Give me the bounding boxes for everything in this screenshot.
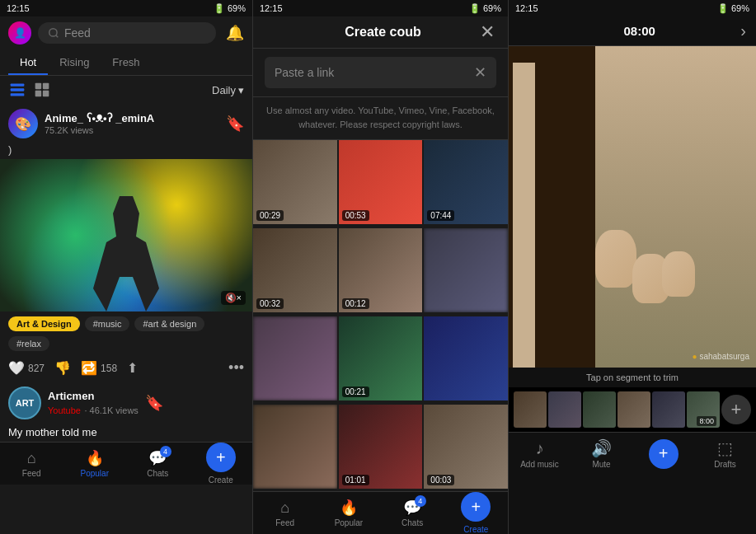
link-input-section: Paste a link ✕ bbox=[253, 49, 508, 97]
panel3-bottom-nav: ♪ Add music 🔊 Mute + ⬚ Drafts bbox=[509, 432, 756, 475]
nav-create-label: Create bbox=[209, 475, 233, 485]
list-view-icon[interactable] bbox=[8, 81, 26, 99]
p2-home-icon: ⌂ bbox=[280, 499, 289, 517]
tab-fresh[interactable]: Fresh bbox=[101, 49, 151, 75]
status-icons-1: 🔋 69% bbox=[214, 3, 246, 14]
svg-rect-8 bbox=[43, 91, 49, 97]
battery-icon-2: 🔋 bbox=[469, 3, 481, 14]
tab-hot[interactable]: Hot bbox=[8, 49, 48, 75]
tab-rising[interactable]: Rising bbox=[48, 49, 101, 75]
battery-percent-2: 69% bbox=[483, 3, 501, 13]
film-frame-5[interactable] bbox=[652, 391, 685, 428]
video-thumb-11[interactable]: 01:01 bbox=[339, 405, 423, 489]
share-icon: ⬆ bbox=[127, 360, 138, 376]
modal-title: Create coub bbox=[286, 25, 480, 40]
share-button[interactable]: ⬆ bbox=[127, 360, 138, 376]
watermark: ● sahabatsurga bbox=[693, 352, 749, 361]
post2-info: Articmen Youtube · 46.1K views bbox=[48, 390, 139, 417]
nav-chats[interactable]: 4 💬 Chats bbox=[126, 443, 190, 485]
video-thumb-8[interactable]: 00:21 bbox=[339, 316, 423, 400]
video-thumb-6[interactable] bbox=[424, 228, 508, 312]
duration-1: 00:29 bbox=[256, 210, 284, 221]
cat-figure-3 bbox=[662, 251, 695, 297]
video-thumb-12[interactable]: 00:03 bbox=[424, 405, 508, 489]
thumbdown-icon: 👎 bbox=[54, 360, 71, 376]
daily-filter[interactable]: Daily ▾ bbox=[212, 84, 244, 96]
post2-source: Youtube bbox=[48, 405, 81, 415]
p2-nav-feed-label: Feed bbox=[275, 518, 294, 527]
p2-flame-icon: 🔥 bbox=[340, 499, 358, 517]
duration-11: 01:01 bbox=[342, 475, 369, 485]
p3-nav-add-music[interactable]: ♪ Add music bbox=[509, 433, 571, 475]
like-button[interactable]: 🤍 827 bbox=[8, 360, 45, 376]
nav-popular[interactable]: 🔥 Popular bbox=[63, 443, 127, 485]
video-preview[interactable]: ● sahabatsurga bbox=[509, 46, 756, 368]
p3-nav-mute[interactable]: 🔊 Mute bbox=[571, 433, 632, 475]
link-input-wrap[interactable]: Paste a link ✕ bbox=[265, 57, 496, 88]
video-thumb-2[interactable]: 00:53 bbox=[339, 140, 423, 224]
tag-relax[interactable]: #relax bbox=[8, 336, 49, 351]
editor-header: 08:00 › bbox=[509, 16, 756, 46]
video-grid: 00:29 00:53 07:44 00:32 00:12 bbox=[253, 140, 508, 491]
tag-art-design[interactable]: Art & Design bbox=[8, 316, 80, 331]
post2-avatar[interactable]: ART bbox=[8, 386, 41, 419]
video-thumb-10[interactable] bbox=[253, 405, 337, 489]
dislike-button[interactable]: 👎 bbox=[54, 360, 71, 376]
video-thumb-7[interactable] bbox=[253, 316, 337, 400]
p2-nav-popular-label: Popular bbox=[335, 518, 363, 527]
nav-popular-label: Popular bbox=[81, 469, 109, 478]
create-icon: + bbox=[206, 443, 236, 472]
notification-icon[interactable]: 🔔 bbox=[226, 24, 244, 42]
repost-button[interactable]: 🔁 158 bbox=[81, 360, 117, 376]
link-input[interactable]: Paste a link bbox=[275, 66, 474, 79]
flame-icon: 🔥 bbox=[86, 449, 104, 467]
film-frame-6[interactable]: 8:00 bbox=[687, 391, 720, 428]
battery-percent-1: 69% bbox=[228, 3, 246, 13]
nav-feed[interactable]: ⌂ Feed bbox=[0, 443, 63, 485]
tag-music[interactable]: #music bbox=[85, 316, 130, 331]
music-icon: ♪ bbox=[536, 439, 544, 458]
post2-views: · 46.1K views bbox=[84, 405, 138, 415]
panel2-bottom-nav: ⌂ Feed 🔥 Popular 4 💬 Chats + Create bbox=[253, 491, 508, 534]
duration-12: 00:03 bbox=[427, 475, 454, 485]
p2-nav-create[interactable]: + Create bbox=[444, 492, 508, 534]
p3-nav-create[interactable]: + bbox=[632, 433, 694, 475]
video-thumb-5[interactable]: 00:12 bbox=[339, 228, 423, 312]
nav-create[interactable]: + Create bbox=[190, 443, 253, 485]
p2-nav-create-label: Create bbox=[463, 525, 488, 534]
duration-8: 00:21 bbox=[342, 386, 369, 397]
post1-views: 75.2K views bbox=[45, 125, 219, 135]
tag-art-design2[interactable]: #art & design bbox=[134, 316, 204, 331]
svg-point-0 bbox=[49, 29, 57, 36]
video-thumb-1[interactable]: 00:29 bbox=[253, 140, 337, 224]
add-segment-button[interactable]: + bbox=[721, 395, 751, 424]
video-thumb-3[interactable]: 07:44 bbox=[424, 140, 508, 224]
volume-icon[interactable]: 🔇× bbox=[221, 291, 246, 305]
film-frame-4[interactable] bbox=[617, 391, 650, 428]
post1-name: Anime_ ʕ•ᴥ•ʔ _eminA bbox=[45, 112, 219, 125]
user-avatar[interactable]: 👤 bbox=[8, 21, 31, 44]
film-frame-2[interactable] bbox=[548, 391, 581, 428]
p2-nav-feed[interactable]: ⌂ Feed bbox=[253, 492, 317, 534]
next-button[interactable]: › bbox=[740, 21, 746, 40]
feed-tabs: Hot Rising Fresh bbox=[0, 49, 252, 76]
link-clear-icon[interactable]: ✕ bbox=[474, 63, 486, 82]
film-frame-1[interactable] bbox=[514, 391, 547, 428]
post1-avatar[interactable]: 🎨 bbox=[8, 109, 38, 138]
film-frame-3[interactable] bbox=[583, 391, 616, 428]
video-thumb-9[interactable] bbox=[424, 316, 508, 400]
bookmark-icon[interactable]: 🔖 bbox=[226, 115, 244, 133]
grid-view-icon[interactable] bbox=[33, 81, 51, 99]
video-thumb-4[interactable]: 00:32 bbox=[253, 228, 337, 312]
p3-nav-drafts[interactable]: ⬚ Drafts bbox=[694, 433, 756, 475]
search-input-wrap[interactable]: Feed bbox=[38, 22, 216, 44]
chats-badge: 4 bbox=[160, 446, 171, 457]
p2-nav-chats[interactable]: 4 💬 Chats bbox=[381, 492, 444, 534]
p2-nav-popular[interactable]: 🔥 Popular bbox=[317, 492, 380, 534]
status-bar-1: 12:15 🔋 69% bbox=[0, 0, 252, 16]
close-modal-button[interactable]: ✕ bbox=[480, 23, 495, 41]
more-options-button[interactable]: ••• bbox=[228, 359, 244, 377]
battery-icon-3: 🔋 bbox=[717, 3, 729, 14]
post1-image[interactable]: 🔇× bbox=[0, 159, 252, 312]
post2-bookmark[interactable]: 🔖 bbox=[145, 394, 163, 412]
